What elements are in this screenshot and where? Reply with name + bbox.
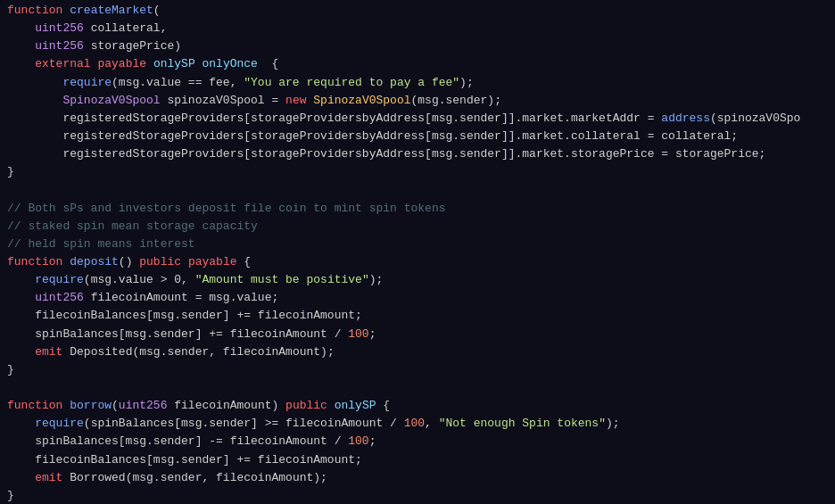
code-token: require	[35, 273, 84, 286]
code-token: emit	[35, 345, 62, 359]
code-line: spinBalances[msg.sender] -= filecoinAmou…	[0, 433, 835, 450]
code-token	[7, 21, 35, 35]
code-token: }	[7, 489, 14, 502]
code-token: Borrowed(msg.sender, filecoinAmount);	[62, 471, 327, 484]
code-line: uint256 filecoinAmount = msg.value;	[0, 289, 835, 307]
code-token	[7, 417, 35, 430]
code-token: storagePrice)	[84, 39, 181, 53]
code-token: {	[258, 57, 278, 70]
code-line: filecoinBalances[msg.sender] += filecoin…	[0, 451, 835, 469]
code-line: function createMarket(	[0, 2, 835, 20]
code-token: onlySP	[153, 57, 195, 70]
code-token: payable	[188, 255, 237, 269]
code-line: external payable onlySP onlyOnce {	[0, 55, 835, 73]
code-line: require(spinBalances[msg.sender] >= file…	[0, 415, 835, 433]
code-token: filecoinAmount = msg.value;	[84, 291, 278, 304]
code-token: spinBalances[msg.sender] -= filecoinAmou…	[7, 434, 348, 448]
code-token: require	[35, 417, 84, 430]
code-token: emit	[35, 471, 62, 484]
code-token: function	[7, 4, 62, 17]
code-line: function borrow(uint256 filecoinAmount) …	[0, 397, 835, 415]
code-token: // held spin means interest	[7, 237, 195, 251]
code-line	[0, 181, 835, 199]
code-token: function	[7, 399, 62, 412]
code-token	[7, 471, 35, 484]
code-token: (	[112, 399, 119, 412]
code-token: payable	[97, 57, 146, 70]
code-line: // held spin means interest	[0, 235, 835, 253]
code-token: "Not enough Spin tokens"	[439, 417, 606, 430]
code-line: filecoinBalances[msg.sender] += filecoin…	[0, 307, 835, 325]
code-line: }	[0, 487, 835, 504]
code-line: registeredStorageProviders[storageProvid…	[0, 145, 835, 163]
code-token: spinozaV0Spool =	[161, 94, 285, 107]
code-token: (spinozaV0Spo	[710, 112, 800, 125]
code-token: 100	[404, 417, 425, 430]
code-token: (msg.value == fee,	[112, 76, 244, 89]
code-token: registeredStorageProviders[storageProvid…	[7, 147, 765, 161]
code-token: onlyOnce	[203, 57, 258, 70]
code-line	[0, 379, 835, 397]
code-token	[7, 345, 35, 359]
code-token: // staked spin mean storage capacity	[7, 219, 258, 233]
code-token	[181, 255, 188, 269]
code-token: address	[661, 112, 710, 125]
code-token: (msg.sender);	[411, 94, 501, 107]
code-token: (	[153, 4, 161, 17]
code-token: ()	[119, 255, 139, 269]
code-line: registeredStorageProviders[storageProvid…	[0, 128, 835, 145]
code-line: emit Borrowed(msg.sender, filecoinAmount…	[0, 469, 835, 487]
code-token: "Amount must be positive"	[195, 273, 369, 286]
code-token: );	[459, 76, 474, 89]
code-token: ;	[369, 434, 376, 448]
code-token	[195, 57, 203, 70]
code-token: uint256	[35, 291, 84, 304]
code-token: collateral,	[84, 21, 168, 35]
code-line: uint256 collateral,	[0, 20, 835, 37]
code-line: // Both sPs and investors deposit file c…	[0, 200, 835, 218]
code-token: );	[369, 273, 384, 286]
code-token: );	[606, 417, 620, 430]
code-token: external	[35, 57, 90, 70]
code-token: Deposited(msg.sender, filecoinAmount);	[62, 345, 334, 359]
code-token: filecoinBalances[msg.sender] += filecoin…	[7, 453, 362, 467]
code-line: }	[0, 361, 835, 379]
code-token: uint256	[35, 39, 84, 53]
code-line: // staked spin mean storage capacity	[0, 218, 835, 235]
code-token: public	[285, 399, 327, 412]
code-line: function deposit() public payable {	[0, 253, 835, 271]
code-line: uint256 storagePrice)	[0, 37, 835, 55]
code-line: require(msg.value > 0, "Amount must be p…	[0, 271, 835, 289]
code-token	[7, 57, 35, 70]
code-token: ;	[369, 327, 376, 341]
code-token: }	[7, 363, 14, 376]
code-token: borrow	[70, 399, 112, 412]
code-content: function createMarket( uint256 collatera…	[0, 2, 835, 504]
code-token	[7, 94, 62, 107]
code-token: // Both sPs and investors deposit file c…	[7, 202, 445, 215]
code-token: 100	[348, 434, 368, 448]
code-line: require(msg.value == fee, "You are requi…	[0, 74, 835, 92]
code-token: }	[7, 165, 14, 178]
code-token: {	[376, 399, 391, 412]
code-token: {	[236, 255, 251, 269]
code-token: onlySP	[335, 399, 376, 412]
code-token: deposit	[70, 255, 119, 269]
code-token: filecoinAmount)	[167, 399, 285, 412]
code-token	[7, 39, 35, 53]
code-token: public	[139, 255, 181, 269]
code-token: uint256	[35, 21, 84, 35]
code-token: new	[285, 94, 306, 107]
code-token: createMarket	[70, 4, 153, 17]
code-token	[7, 273, 35, 286]
code-token: require	[62, 76, 112, 89]
code-token: function	[7, 255, 62, 269]
code-line: }	[0, 163, 835, 181]
code-token: registeredStorageProviders[storageProvid…	[7, 112, 661, 125]
code-editor: function createMarket( uint256 collatera…	[0, 0, 835, 504]
code-token: 100	[348, 327, 368, 341]
code-token: (spinBalances[msg.sender] >= filecoinAmo…	[84, 417, 404, 430]
code-token	[7, 291, 35, 304]
code-line: registeredStorageProviders[storageProvid…	[0, 110, 835, 128]
code-token: filecoinBalances[msg.sender] += filecoin…	[7, 309, 362, 322]
